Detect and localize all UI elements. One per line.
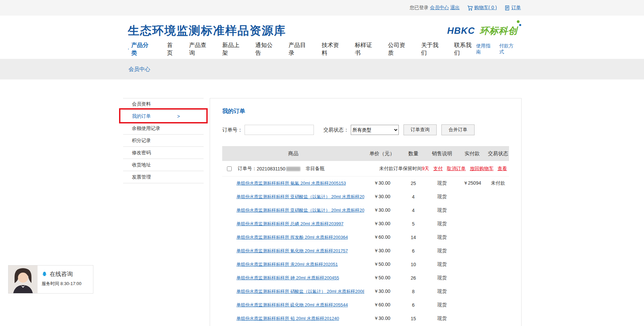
column-header: 商品 — [222, 150, 364, 157]
order-filter-bar: 订单号： 交易状态： 所有类型 订单查询 合并订单 — [222, 124, 509, 135]
qq-icon — [42, 271, 47, 277]
product-link[interactable]: 单组份水质监测标样标样所 总磷 20ml 水质标样203997 — [236, 221, 343, 226]
nav-item[interactable]: 产品目录 — [289, 41, 310, 57]
retention-days: 9天 — [422, 166, 429, 171]
sidebar-item-label: 修改密码 — [132, 150, 151, 156]
order-items: 单组份水质监测标样标样所 氨氮 20ml 水质标样2005153￥30.0025… — [222, 177, 509, 325]
category-bullet-icon: · — [128, 47, 129, 51]
nav-item[interactable]: 技术资料 — [322, 41, 344, 57]
orders-link[interactable]: 订单 — [511, 5, 521, 11]
sale-note: 现货 — [427, 316, 457, 322]
order-item-row: 单组份水质监测标样标样所 硝酸盐（以氮计） 20ml 水质标样200850￥30… — [222, 285, 509, 298]
quantity: 4 — [400, 194, 427, 200]
topbar: 您已登录 会员中心退出 购物车( 0 ) 订单 — [0, 0, 644, 16]
unit-price: ￥30.00 — [364, 248, 400, 254]
product-cell: 单组份水质监测标样标样所 总磷 20ml 水质标样203997 — [222, 221, 364, 227]
order-search-button[interactable]: 订单查询 — [404, 124, 437, 135]
nav-item[interactable]: 标样证书 — [355, 41, 377, 57]
online-consult-widget[interactable]: 在线咨询 服务时间 8:30-17:00 — [8, 265, 93, 294]
product-cell: 单组份水质监测标样标样所 汞20ml 水质标样202051 — [222, 261, 364, 267]
order-checkbox[interactable] — [227, 166, 232, 171]
trade-status-select[interactable]: 所有类型 — [351, 125, 399, 135]
unit-price: ￥60.00 — [364, 234, 400, 240]
nav-help-link[interactable]: 使用指南 — [476, 43, 495, 55]
product-link[interactable]: 单组份水质监测标样标样所 汞20ml 水质标样202051 — [236, 262, 338, 267]
product-link[interactable]: 单组份水质监测标样标样所 砷 20ml 水质标样200455 — [236, 275, 339, 280]
breadcrumb[interactable]: 会员中心 — [129, 66, 150, 72]
member-center-link[interactable]: 会员中心 — [430, 5, 449, 11]
product-link[interactable]: 单组份水质监测标样标样所 氨氮 20ml 水质标样2005153 — [236, 181, 346, 186]
product-link[interactable]: 单组份水质监测标样标样所 铅 20ml 水质标样201240 — [236, 316, 339, 321]
nav-item[interactable]: 联系我们 — [454, 41, 476, 57]
sidebar-item[interactable]: 积分记录 — [123, 135, 204, 147]
order-no-input[interactable] — [245, 125, 314, 135]
sidebar-item[interactable]: 收货地址 — [123, 159, 204, 171]
cart-link[interactable]: 购物车( 0 ) — [474, 5, 497, 11]
sidebar-item[interactable]: 修改密码 — [123, 147, 204, 159]
header: 生态环境监测标准样品资源库 HBKC 环标科创 · 产品分类 首页产品查询新品上… — [0, 16, 644, 56]
sidebar-item-label: 我的订单 — [132, 113, 151, 119]
column-header: 实付款 — [457, 150, 487, 157]
sale-note: 现货 — [427, 288, 457, 295]
order-no-label: 订单号： — [238, 166, 257, 172]
column-header: 单价（元） — [364, 150, 400, 157]
product-cell: 单组份水质监测标样标样所 砷 20ml 水质标样200455 — [222, 275, 364, 281]
nav-item[interactable]: 通知公告 — [255, 41, 277, 57]
unit-price: ￥30.00 — [364, 180, 400, 186]
order-item-row: 单组份水质监测标样标样所 亚硝酸盐（以氮计） 20ml 水质标样200643￥3… — [222, 190, 509, 204]
order-action-link[interactable]: 放回购物车 — [470, 166, 493, 172]
nav-item[interactable]: 首页 — [167, 41, 178, 57]
nav-item[interactable]: 产品查询 — [189, 41, 211, 57]
order-no-redacted — [286, 167, 300, 171]
product-link[interactable]: 单组份水质监测标样标样所 亚硝酸盐（以氮计） 20ml 水质标样200644 — [236, 208, 364, 213]
product-link[interactable]: 单组份水质监测标样标样所 硝酸盐（以氮计） 20ml 水质标样200850 — [236, 289, 364, 294]
unit-price: ￥30.00 — [364, 194, 400, 200]
product-cell: 单组份水质监测标样标样所 氨氮 20ml 水质标样2005153 — [222, 180, 364, 186]
nav-help-link[interactable]: 付款方式 — [499, 43, 518, 55]
sidebar-item[interactable]: 我的订单> — [123, 110, 204, 122]
quantity: 5 — [400, 221, 427, 227]
order-item-row: 单组份水质监测标样标样所 氨氮 20ml 水质标样2005153￥30.0025… — [222, 177, 509, 190]
page-title: 我的订单 — [222, 107, 509, 115]
product-link[interactable]: 单组份水质监测标样标样所 挥发酚 20ml 水质标样200364 — [236, 235, 348, 240]
consult-label[interactable]: 在线咨询 — [50, 270, 73, 278]
order-action-link[interactable]: 取消订单 — [447, 166, 466, 172]
nav-product-category[interactable]: · 产品分类 — [128, 41, 154, 57]
order-item-row: 单组份水质监测标样标样所 汞20ml 水质标样202051￥50.0010现货 — [222, 258, 509, 271]
unit-price: ￥30.00 — [364, 288, 400, 295]
sale-note: 现货 — [427, 234, 457, 240]
sidebar-item[interactable]: 会员资料 — [123, 98, 204, 110]
order-item-row: 单组份水质监测标样标样所 铅 20ml 水质标样201240￥30.0015现货 — [222, 312, 509, 325]
order-item-row: 单组份水质监测标样标样所 氰化物 20ml 水质标样201757￥30.006现… — [222, 244, 509, 258]
member-sidebar: 会员资料我的订单>余额使用记录积分记录修改密码收货地址发票管理 — [123, 98, 204, 183]
order-note: 非目备瓶 — [306, 166, 325, 172]
sale-note: 现货 — [427, 221, 457, 227]
quantity: 8 — [400, 289, 427, 294]
product-link[interactable]: 单组份水质监测标样标样所 氰化物 20ml 水质标样201757 — [236, 248, 348, 253]
order-table-header: 商品单价（元）数量销售说明实付款交易状态 — [222, 146, 509, 161]
logout-link[interactable]: 退出 — [450, 5, 460, 11]
product-link[interactable]: 单组份水质监测标样标样所 亚硝酸盐（以氮计） 20ml 水质标样200643 — [236, 194, 364, 199]
nav-right-links: 使用指南付款方式 — [476, 43, 518, 55]
sidebar-item[interactable]: 发票管理 — [123, 171, 204, 183]
quantity: 15 — [400, 316, 427, 321]
nav-item[interactable]: 公司资质 — [388, 41, 410, 57]
merge-orders-button[interactable]: 合并订单 — [441, 124, 475, 135]
unit-price: ￥50.00 — [364, 261, 400, 267]
trade-status-label: 交易状态： — [323, 127, 349, 133]
product-cell: 单组份水质监测标样标样所 硝酸盐（以氮计） 20ml 水质标样200850 — [222, 288, 364, 295]
orders-panel: 我的订单 订单号： 交易状态： 所有类型 订单查询 合并订单 商品单价（元）数量… — [210, 98, 522, 326]
sidebar-item[interactable]: 余额使用记录 — [123, 122, 204, 135]
quantity: 10 — [400, 262, 427, 267]
unit-price: ￥50.00 — [364, 275, 400, 281]
order-action-link[interactable]: 查看 — [498, 166, 507, 172]
nav-item[interactable]: 关于我们 — [421, 41, 443, 57]
orders-group[interactable]: 订单 — [504, 5, 521, 11]
paid-amount: ￥25094 — [457, 180, 487, 186]
order-action-link[interactable]: 支付 — [433, 166, 443, 172]
product-cell: 单组份水质监测标样标样所 挥发酚 20ml 水质标样200364 — [222, 234, 364, 240]
nav-item[interactable]: 新品上架 — [222, 41, 244, 57]
order-no-label: 订单号： — [222, 127, 243, 133]
product-link[interactable]: 单组份水质监测标样标样所 硫化物 20ml 水质标样205544 — [236, 302, 348, 307]
cart-group[interactable]: 购物车( 0 ) — [467, 5, 497, 11]
